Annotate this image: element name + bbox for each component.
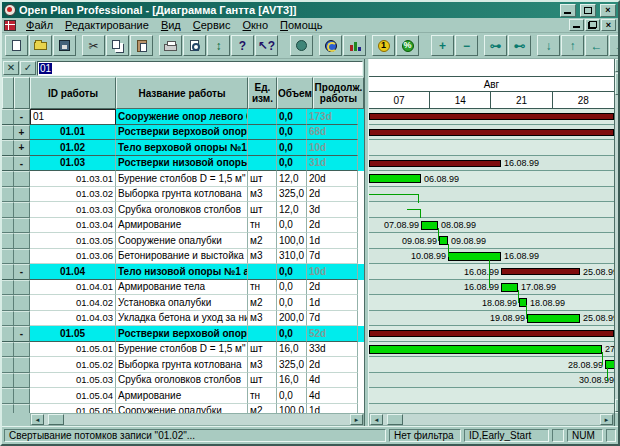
vscroll-thumb[interactable] [615,73,618,95]
child-minimize-button[interactable] [569,19,584,31]
table-row[interactable]: 01.05.01Бурение столбов D = 1,5 м"шт16,0… [2,342,364,358]
document-icon[interactable] [4,20,16,31]
scroll-right-icon[interactable]: ► [350,414,363,425]
link-activities-button[interactable]: ⊶ [484,35,507,56]
percent-complete-button[interactable]: % [396,35,419,56]
table-row[interactable]: +01.01Ростверки верховой опоры №1 а/д0,0… [2,125,364,141]
gantt-bar-task[interactable] [501,283,518,292]
table-row[interactable]: 01.03.01Бурение столбов D = 1,5 м"шт12,0… [2,171,364,187]
print-button[interactable] [159,35,182,56]
baseline-button[interactable] [290,35,313,56]
hscroll-track[interactable] [64,414,350,425]
restore-button[interactable] [580,4,596,17]
move-up-button[interactable]: ↑ [561,35,584,56]
cell-duration: 1d [307,404,358,414]
gantt-hscrollbar[interactable]: ◄ ► [369,413,614,426]
table-row[interactable]: 01.03.03Срубка оголовков столбовшт12,03d [2,202,364,218]
gantt-bar-summary[interactable] [369,113,614,120]
column-header-3[interactable]: Название работы [116,77,248,109]
table-row[interactable]: -01.03Ростверки низовой опоры №1 а/д м0,… [2,156,364,172]
gantt-bar-summary[interactable] [369,160,501,167]
copy-button[interactable] [106,35,129,56]
table-row[interactable]: 01.04.02Установка опалубким20,01d [2,295,364,311]
table-row[interactable]: -01.05Ростверки верховой опоры №2 а/д0,0… [2,326,364,342]
table-row[interactable]: -01.04Тело низовой опоры №1 а/д моста0,0… [2,264,364,280]
child-close-button[interactable]: × [601,19,616,31]
vscroll-track[interactable] [615,72,618,399]
menu-item-2[interactable]: Вид [155,18,187,32]
scroll-left-icon[interactable]: ◄ [31,414,44,425]
table-row[interactable]: -01Сооружение опор левого берега0,0173d [2,109,364,125]
gantt-bar-task[interactable] [527,314,580,323]
gantt-bar-task[interactable] [439,236,448,245]
print-preview-button[interactable] [183,35,206,56]
cut-button[interactable]: ✂ [82,35,105,56]
gantt-bar-task[interactable] [369,345,602,354]
column-header-4[interactable]: Ед. изм. [248,77,277,109]
cancel-edit-button[interactable]: ✕ [3,61,19,75]
menu-item-4[interactable]: Окно [236,18,274,32]
table-row[interactable]: 01.04.03Укладка бетона и уход за нимм320… [2,311,364,327]
open-button[interactable] [29,35,52,56]
scroll-up-icon[interactable]: ▲ [615,59,618,72]
table-row[interactable]: 01.04.01Армирование телатн0,02d [2,280,364,296]
expand-collapse-toggle[interactable]: - [14,264,30,280]
gantt-bar-task[interactable] [448,252,501,261]
table-row[interactable]: 01.05.04Армированиетн0,04d [2,388,364,404]
close-button[interactable]: × [600,4,616,17]
new-button[interactable] [5,35,28,56]
scroll-right-icon[interactable]: ► [600,414,613,425]
column-header-5[interactable]: Объем [277,77,313,109]
table-row[interactable]: 01.03.04Армированиетн0,02d [2,218,364,234]
menu-item-5[interactable]: Помощь [274,18,329,32]
cell-edit-input[interactable]: 01 [37,61,363,76]
table-hscrollbar[interactable]: ◄ ► [30,413,364,426]
gantt-bar-task[interactable] [421,221,438,230]
table-row[interactable]: 01.03.06Бетонирование и выстойка бетонам… [2,249,364,265]
histogram-button[interactable] [343,35,366,56]
menu-item-1[interactable]: Редактирование [59,18,155,32]
hscroll-thumb[interactable] [387,414,403,425]
hscroll-thumb[interactable] [48,414,64,425]
table-row[interactable]: 01.03.02Выборка грунта котлованам3325,02… [2,187,364,203]
delete-activity-button[interactable]: − [455,35,478,56]
table-row[interactable]: 01.05.05Сооружение опалубким2100,01d [2,404,364,414]
scroll-down-icon[interactable]: ▼ [615,399,618,412]
gantt-vscrollbar[interactable]: ▲ ▼ [614,59,618,426]
cost-button[interactable]: 1 [372,35,395,56]
gantt-bar-summary[interactable] [369,129,614,136]
table-row[interactable]: 01.05.03Срубка оголовков столбовшт16,04d [2,373,364,389]
column-header-2[interactable]: ID работы [30,77,116,109]
minimize-button[interactable] [560,4,576,17]
menu-item-3[interactable]: Сервис [187,18,237,32]
time-analysis-button[interactable] [319,35,342,56]
gantt-bar-summary[interactable] [369,330,614,337]
row-gutter [2,342,14,358]
context-help-button[interactable]: ↖? [255,35,278,56]
move-left-button[interactable]: ← [585,35,608,56]
move-right-button[interactable]: → [609,35,620,56]
expand-collapse-toggle[interactable]: + [14,140,30,156]
scroll-left-icon[interactable]: ◄ [370,414,383,425]
help-button[interactable]: ? [231,35,254,56]
accept-edit-button[interactable]: ✓ [20,61,36,75]
table-row[interactable]: +01.02Тело верховой опоры №1 а/д моста0,… [2,140,364,156]
column-header-6[interactable]: Продолж. работы [313,77,364,109]
unlink-activities-button[interactable]: ⊷ [508,35,531,56]
save-button[interactable] [53,35,76,56]
add-activity-button[interactable]: + [431,35,454,56]
paste-button[interactable] [130,35,153,56]
expand-collapse-toggle[interactable]: - [14,109,30,125]
menu-item-0[interactable]: Файл [20,18,59,32]
sort-button[interactable]: ↕ [207,35,230,56]
table-row[interactable]: 01.03.05Сооружение опалубким2100,01d [2,233,364,249]
expand-collapse-toggle[interactable]: - [14,326,30,342]
move-down-button[interactable]: ↓ [537,35,560,56]
child-restore-button[interactable] [585,19,600,31]
expand-collapse-toggle[interactable]: + [14,125,30,141]
gantt-bar-summary[interactable] [501,268,580,275]
table-row[interactable]: 01.05.02Выборка грунта котлованам3325,02… [2,357,364,373]
expand-collapse-toggle[interactable]: - [14,156,30,172]
hscroll-track[interactable] [403,414,600,425]
gantt-bar-task[interactable] [369,174,421,183]
